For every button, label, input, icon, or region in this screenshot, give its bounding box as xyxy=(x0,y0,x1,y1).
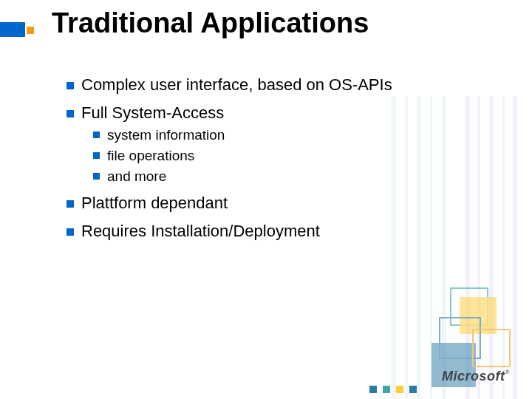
bullet-text: Plattform dependant xyxy=(81,194,228,212)
microsoft-logo: Microsoft® xyxy=(442,369,510,384)
square-bullet-icon xyxy=(93,152,100,159)
square-bullet-icon xyxy=(93,173,100,180)
svg-rect-17 xyxy=(396,386,403,393)
svg-rect-18 xyxy=(409,386,417,393)
svg-rect-14 xyxy=(473,330,510,366)
bullet-text: Full System-Access xyxy=(81,103,224,122)
bullet-subitem: file operations xyxy=(93,148,466,164)
slide-title: Traditional Applications xyxy=(52,7,369,39)
svg-rect-7 xyxy=(489,96,494,399)
svg-rect-5 xyxy=(466,96,470,399)
bullet-text: Complex user interface, based on OS-APIs xyxy=(81,75,392,94)
bullet-text: Requires Installation/Deployment xyxy=(81,222,320,240)
bullet-item: Complex user interface, based on OS-APIs xyxy=(66,75,466,95)
bullet-subitem: and more xyxy=(93,168,466,185)
slide-body: Complex user interface, based on OS-APIs… xyxy=(66,66,466,245)
bullet-item: Plattform dependant xyxy=(66,194,466,213)
bullet-subitem: system information xyxy=(93,127,466,143)
square-bullet-icon xyxy=(66,200,74,208)
bullet-item: Full System-Access xyxy=(66,103,466,123)
logo-text: Microsoft xyxy=(442,369,505,383)
svg-rect-6 xyxy=(477,96,480,399)
svg-rect-8 xyxy=(502,96,505,399)
square-bullet-icon xyxy=(66,228,74,236)
svg-rect-11 xyxy=(460,297,497,334)
svg-rect-16 xyxy=(383,386,390,393)
bullet-item: Requires Installation/Deployment xyxy=(66,222,466,241)
svg-rect-10 xyxy=(451,288,488,325)
square-bullet-icon xyxy=(93,132,100,138)
accent-bar xyxy=(0,22,25,37)
svg-rect-15 xyxy=(369,386,377,393)
svg-rect-9 xyxy=(513,96,517,399)
square-bullet-icon xyxy=(66,82,74,89)
trademark-icon: ® xyxy=(505,369,510,375)
bullet-text: file operations xyxy=(107,148,194,163)
bullet-text: and more xyxy=(107,168,166,184)
svg-rect-12 xyxy=(440,318,480,358)
square-bullet-icon xyxy=(66,110,74,117)
bullet-text: system information xyxy=(107,127,225,143)
